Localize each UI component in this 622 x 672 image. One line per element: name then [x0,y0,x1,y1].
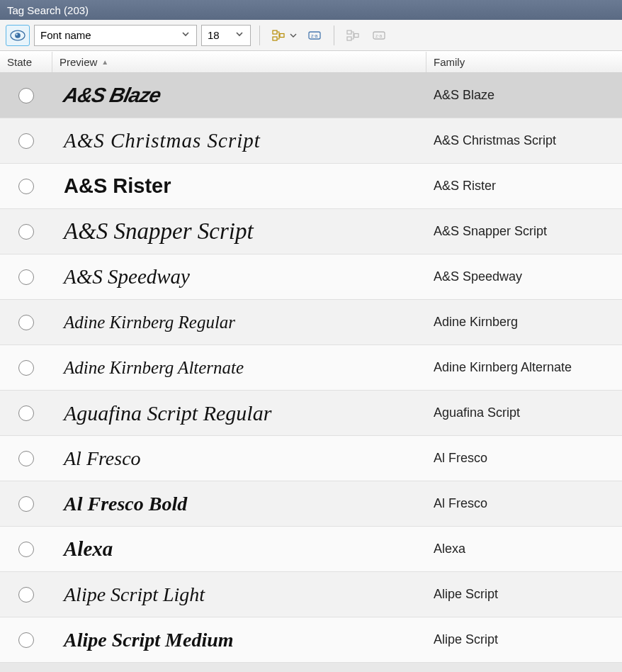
toggle-preview-button[interactable] [6,25,30,46]
family-name: A&S Speedway [434,269,522,284]
state-radio[interactable] [18,315,34,330]
preview-cell: Al Fresco [52,436,426,481]
svg-point-1 [15,33,21,38]
state-cell [0,527,52,571]
state-radio[interactable] [18,133,34,149]
family-cell: A&S Snapper Script [426,209,622,254]
family-name: Al Fresco [434,496,487,511]
family-name: A&S Snapper Script [434,224,547,239]
preview-cell: A&S Christmas Script [52,118,426,163]
svg-rect-8 [347,30,351,34]
state-cell [0,572,52,617]
state-radio[interactable] [18,451,34,466]
separator [334,26,334,45]
table-row[interactable]: AlexaAlexa [0,527,622,572]
state-radio[interactable] [18,224,34,240]
state-cell [0,73,52,118]
sort-za-button[interactable]: z·a [368,26,390,45]
preview-cell: Adine Kirnberg Alternate [52,345,426,390]
family-cell: A&S Rister [426,164,622,208]
table-row[interactable]: A&S RisterA&S Rister [0,164,622,209]
svg-text:z·a: z·a [311,33,317,38]
family-cell: Adine Kirnberg [426,300,622,345]
state-cell [0,436,52,481]
preview-cell: Alipe Script Medium [52,617,426,662]
column-header-family[interactable]: Family [426,52,622,72]
state-radio[interactable] [18,542,34,557]
table-row[interactable]: Alipe Script MediumAlipe Script [0,617,622,663]
state-radio[interactable] [18,179,34,194]
column-header-row: State Preview ▲ Family [0,52,622,73]
state-cell [0,345,52,390]
family-cell: A&S Christmas Script [426,118,622,163]
family-cell: Adine Kirnberg Alternate [426,345,622,390]
sort-za-icon: z·a [372,29,386,42]
sort-ascending-icon: ▲ [101,58,108,66]
state-radio[interactable] [18,88,34,103]
family-cell: Alipe Script [426,572,622,617]
sort-az-button[interactable]: z·a [304,26,325,45]
family-cell: Aguafina Script [426,391,622,435]
title-bar: Tag Search (203) [0,0,622,20]
table-row[interactable]: Aguafina Script RegularAguafina Script [0,391,622,436]
font-preview-text: A&S Christmas Script [64,129,261,152]
font-preview-text: A&S Rister [64,174,171,198]
table-row[interactable]: Al FrescoAl Fresco [0,436,622,481]
preview-cell: Adine Kirnberg Regular [52,300,426,345]
separator [259,26,260,45]
state-radio[interactable] [18,269,34,285]
font-preview-text: Alipe Script Medium [64,629,234,651]
font-size-dropdown[interactable]: 18 [201,25,251,46]
font-preview-text: Aguafina Script Regular [64,401,271,425]
preview-cell: A&S Speedway [52,254,426,299]
font-preview-text: Al Fresco Bold [64,493,187,515]
chevron-down-icon [232,29,247,41]
font-name-dropdown[interactable]: Font name [34,25,197,46]
tree-expand-icon [272,29,286,42]
preview-cell: A&S Rister [52,164,426,208]
family-name: A&S Blaze [434,88,494,103]
state-radio[interactable] [18,496,34,512]
table-row[interactable]: Adine Kirnberg RegularAdine Kirnberg [0,300,622,345]
svg-text:z·a: z·a [375,33,382,38]
state-radio[interactable] [18,587,34,603]
font-size-value: 18 [208,29,220,41]
table-row[interactable]: A&S SpeedwayA&S Speedway [0,254,622,300]
state-cell [0,209,52,254]
table-row[interactable]: A&S Christmas ScriptA&S Christmas Script [0,118,622,164]
table-row[interactable]: A&S Snapper ScriptA&S Snapper Script [0,209,622,254]
state-radio[interactable] [18,405,34,421]
family-cell: Alexa [426,527,622,571]
state-radio[interactable] [18,360,34,376]
eye-icon [10,29,26,42]
font-preview-text: A&S Speedway [64,265,190,289]
svg-rect-3 [273,30,277,34]
column-header-preview[interactable]: Preview ▲ [52,52,426,72]
preview-cell: Aguafina Script Regular [52,391,426,435]
table-row[interactable]: Al Fresco BoldAl Fresco [0,481,622,527]
font-preview-text: Alipe Script Light [64,583,205,606]
preview-cell: Alipe Script Light [52,572,426,617]
expand-collapse-split-button[interactable] [268,26,300,45]
toolbar: Font name 18 z·a [0,20,622,51]
chevron-down-icon [178,29,193,41]
state-cell [0,254,52,299]
preview-cell: A&S Blaze [52,73,426,118]
family-cell: Alipe Script [426,617,622,662]
font-preview-text: A&S Blaze [61,84,162,107]
svg-point-2 [16,33,17,35]
preview-cell: A&S Snapper Script [52,209,426,254]
family-name: Adine Kirnberg Alternate [434,360,572,375]
table-row[interactable]: Alipe Script LightAlipe Script [0,572,622,617]
table-row[interactable]: Adine Kirnberg AlternateAdine Kirnberg A… [0,345,622,391]
state-radio[interactable] [18,632,34,648]
table-row[interactable]: A&S BlazeA&S Blaze [0,73,622,118]
state-cell [0,481,52,526]
column-header-state[interactable]: State [0,52,52,72]
svg-rect-9 [347,37,351,40]
family-name: Alexa [434,542,465,556]
tree-collapse-icon [346,29,361,42]
tree-collapse-button[interactable] [343,26,364,45]
family-cell: Al Fresco [426,436,622,481]
family-name: Alipe Script [434,587,498,602]
